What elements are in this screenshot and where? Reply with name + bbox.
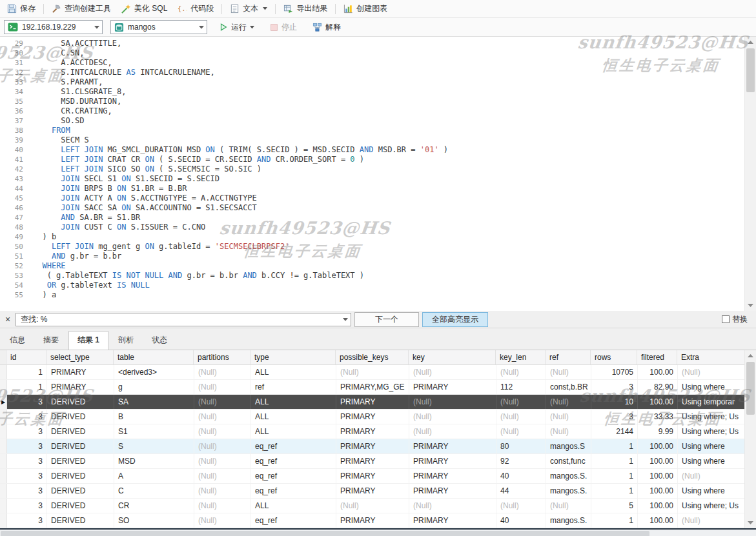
toolbar-button-export-result[interactable]: 导出结果 xyxy=(279,1,332,16)
cell-possible_keys[interactable]: PRIMARY xyxy=(336,424,409,439)
cell-possible_keys[interactable]: (Null) xyxy=(336,365,409,379)
cell-table[interactable]: SO xyxy=(114,513,194,528)
cell-possible_keys[interactable]: PRIMARY xyxy=(336,439,409,453)
column-header-Extra[interactable]: Extra xyxy=(677,350,745,364)
cell-possible_keys[interactable]: PRIMARY xyxy=(336,469,409,483)
scroll-down-icon[interactable] xyxy=(745,518,756,528)
column-header-table[interactable]: table xyxy=(114,350,194,364)
cell-key_len[interactable]: 112 xyxy=(496,380,546,394)
cell-type[interactable]: ref xyxy=(251,380,336,394)
run-button[interactable]: 运行 xyxy=(215,21,258,34)
cell-key_len[interactable]: 44 xyxy=(496,484,546,498)
scroll-down-icon[interactable] xyxy=(745,301,756,310)
cell-filtered[interactable]: 100.00 xyxy=(638,469,678,483)
cell-table[interactable]: <derived3> xyxy=(114,365,194,379)
cell-rows[interactable]: 5 xyxy=(591,499,638,513)
cell-partitions[interactable]: (Null) xyxy=(194,380,251,394)
cell-id[interactable]: 1 xyxy=(7,365,47,379)
tab-profile[interactable]: 剖析 xyxy=(110,332,142,350)
cell-partitions[interactable]: (Null) xyxy=(194,484,251,498)
cell-Extra[interactable]: Using where xyxy=(678,380,745,394)
table-row-3[interactable]: ▶3DERIVEDSA(Null)ALLPRIMARY(Null)(Null)(… xyxy=(0,395,745,410)
cell-id[interactable]: 3 xyxy=(7,513,47,528)
cell-select_type[interactable]: DERIVED xyxy=(47,395,114,409)
explain-button[interactable]: 解释 xyxy=(309,21,345,34)
cell-rows[interactable]: 3 xyxy=(591,410,638,424)
cell-filtered[interactable]: 100.00 xyxy=(638,365,678,379)
toolbar-button-save[interactable]: 保存 xyxy=(3,1,40,16)
cell-possible_keys[interactable]: PRIMARY xyxy=(336,513,409,528)
toolbar-button-query-builder[interactable]: 查询创建工具 xyxy=(47,1,116,16)
cell-table[interactable]: A xyxy=(114,469,194,483)
toolbar-button-code-snippet[interactable]: {..}代码段 xyxy=(173,1,218,16)
cell-key[interactable]: PRIMARY xyxy=(409,513,496,528)
cell-key_len[interactable]: (Null) xyxy=(496,424,546,439)
cell-key_len[interactable]: (Null) xyxy=(496,395,546,409)
cell-partitions[interactable]: (Null) xyxy=(194,513,251,528)
cell-rows[interactable]: 10705 xyxy=(591,365,638,379)
cell-id[interactable]: 3 xyxy=(7,469,47,483)
column-header-partitions[interactable]: partitions xyxy=(194,350,250,364)
cell-key[interactable]: PRIMARY xyxy=(409,439,496,453)
cell-type[interactable]: ALL xyxy=(251,365,336,379)
cell-type[interactable]: ALL xyxy=(251,395,336,409)
cell-rows[interactable]: 1 xyxy=(591,439,638,453)
table-row-10[interactable]: 3DERIVEDCR(Null)ALL(Null)(Null)(Null)(Nu… xyxy=(0,499,745,513)
cell-Extra[interactable]: Using where; Us xyxy=(678,499,745,513)
cell-filtered[interactable]: 100.00 xyxy=(638,513,678,528)
cell-rows[interactable]: 2144 xyxy=(591,424,638,439)
find-next-button[interactable]: 下一个 xyxy=(354,312,419,327)
table-row-5[interactable]: 3DERIVEDS1(Null)ALLPRIMARY(Null)(Null)(N… xyxy=(0,424,745,439)
cell-filtered[interactable]: 33.33 xyxy=(638,410,678,424)
replace-toggle[interactable]: 替换 xyxy=(722,314,753,325)
cell-type[interactable]: eq_ref xyxy=(251,454,336,468)
host-select[interactable]: 192.168.19.229 xyxy=(4,20,103,34)
cell-Extra[interactable]: (Null) xyxy=(678,513,745,528)
cell-id[interactable]: 3 xyxy=(7,454,47,468)
cell-Extra[interactable]: Using where xyxy=(678,484,745,498)
cell-ref[interactable]: mangos.S. xyxy=(546,513,591,528)
table-row-1[interactable]: 1PRIMARY<derived3>(Null)ALL(Null)(Null)(… xyxy=(0,365,745,380)
cell-type[interactable]: eq_ref xyxy=(251,469,336,483)
cell-partitions[interactable]: (Null) xyxy=(194,469,251,483)
cell-Extra[interactable]: Using temporar xyxy=(678,395,745,409)
database-select[interactable]: mangos xyxy=(110,20,207,34)
cell-table[interactable]: g xyxy=(114,380,194,394)
cell-key[interactable]: PRIMARY xyxy=(409,484,496,498)
scroll-up-icon[interactable] xyxy=(745,37,756,47)
cell-key_len[interactable]: 40 xyxy=(496,469,546,483)
cell-partitions[interactable]: (Null) xyxy=(194,395,251,409)
cell-type[interactable]: ALL xyxy=(251,424,336,439)
cell-filtered[interactable]: 100.00 xyxy=(638,499,678,513)
cell-rows[interactable]: 3 xyxy=(591,380,638,394)
cell-Extra[interactable]: Using where xyxy=(678,454,745,468)
table-row-8[interactable]: 3DERIVEDA(Null)eq_refPRIMARYPRIMARY40man… xyxy=(0,469,745,484)
cell-id[interactable]: 3 xyxy=(7,395,47,409)
table-row-4[interactable]: 3DERIVEDB(Null)ALLPRIMARY(Null)(Null)(Nu… xyxy=(0,410,745,424)
tab-status[interactable]: 状态 xyxy=(143,332,176,350)
column-header-select_type[interactable]: select_type xyxy=(46,350,114,364)
cell-select_type[interactable]: PRIMARY xyxy=(47,365,114,379)
cell-key_len[interactable]: 40 xyxy=(496,513,546,528)
grid-scroll-thumb[interactable] xyxy=(746,362,755,415)
cell-key[interactable]: PRIMARY xyxy=(409,469,496,483)
replace-checkbox[interactable] xyxy=(722,315,730,323)
cell-key[interactable]: (Null) xyxy=(409,499,496,513)
cell-key_len[interactable]: (Null) xyxy=(496,365,546,379)
table-row-9[interactable]: 3DERIVEDC(Null)eq_refPRIMARYPRIMARY44man… xyxy=(0,484,745,499)
chevron-down-icon[interactable] xyxy=(196,21,207,34)
column-header-type[interactable]: type xyxy=(250,350,336,364)
cell-partitions[interactable]: (Null) xyxy=(194,454,251,468)
cell-table[interactable]: SA xyxy=(114,395,194,409)
cell-type[interactable]: eq_ref xyxy=(251,513,336,528)
cell-filtered[interactable]: 100.00 xyxy=(638,439,678,453)
cell-filtered[interactable]: 100.00 xyxy=(638,395,678,409)
toolbar-button-beautify-sql[interactable]: 美化 SQL xyxy=(117,1,172,16)
table-row-6[interactable]: 3DERIVEDS(Null)eq_refPRIMARYPRIMARY80man… xyxy=(0,439,745,454)
cell-key[interactable]: (Null) xyxy=(409,424,496,439)
cell-ref[interactable]: (Null) xyxy=(546,410,591,424)
cell-filtered[interactable]: 100.00 xyxy=(638,484,678,498)
cell-rows[interactable]: 1 xyxy=(591,484,638,498)
cell-possible_keys[interactable]: PRIMARY xyxy=(336,484,409,498)
column-header-filtered[interactable]: filtered xyxy=(637,350,677,364)
